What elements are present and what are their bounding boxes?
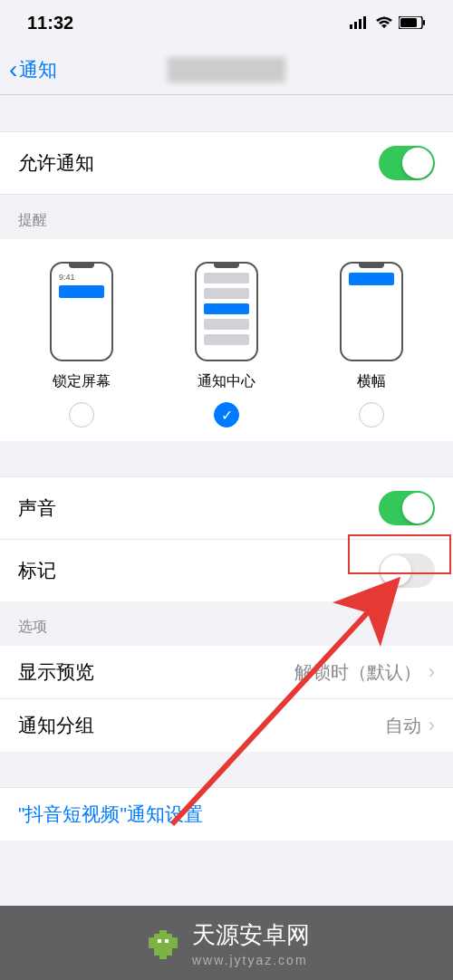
app-notification-settings-cell[interactable]: "抖音短视频"通知设置 <box>0 788 453 841</box>
alert-label: 横幅 <box>357 372 386 391</box>
svg-rect-6 <box>423 20 425 25</box>
sounds-cell: 声音 <box>0 477 453 540</box>
chevron-left-icon: ‹ <box>9 55 17 84</box>
options-header: 选项 <box>0 601 453 646</box>
status-time: 11:32 <box>27 13 73 34</box>
alert-option-banner[interactable]: 横幅 <box>340 262 403 428</box>
alert-option-notification-center[interactable]: 通知中心 ✓ <box>195 262 258 428</box>
chevron-right-icon: › <box>429 714 435 737</box>
alerts-header: 提醒 <box>0 195 453 239</box>
check-circle[interactable] <box>359 402 384 428</box>
nav-title-redacted <box>168 57 285 82</box>
chevron-right-icon: › <box>429 660 435 684</box>
cellular-icon <box>350 16 370 29</box>
back-label: 通知 <box>19 57 57 82</box>
wifi-icon <box>375 16 393 29</box>
notification-grouping-cell[interactable]: 通知分组 自动 › <box>0 699 453 752</box>
watermark-title: 天源安卓网 <box>192 919 310 951</box>
notification-center-mock-icon <box>195 262 258 361</box>
grouping-label: 通知分组 <box>18 713 94 738</box>
allow-notifications-label: 允许通知 <box>18 150 94 176</box>
svg-rect-5 <box>400 18 417 27</box>
svg-rect-3 <box>363 16 366 29</box>
sounds-label: 声音 <box>18 495 56 521</box>
check-circle[interactable] <box>69 402 94 428</box>
sounds-toggle[interactable] <box>379 491 435 525</box>
badges-label: 标记 <box>18 558 56 583</box>
watermark-logo-icon <box>143 923 183 963</box>
svg-rect-2 <box>359 19 361 29</box>
badges-toggle[interactable] <box>379 553 435 588</box>
alert-label: 通知中心 <box>198 372 255 391</box>
back-button[interactable]: ‹ 通知 <box>0 55 57 84</box>
grouping-value: 自动 <box>385 714 421 738</box>
app-settings-label: "抖音短视频"通知设置 <box>18 802 203 827</box>
show-preview-label: 显示预览 <box>18 659 94 685</box>
badges-cell: 标记 <box>0 540 453 601</box>
show-preview-cell[interactable]: 显示预览 解锁时（默认） › <box>0 646 453 699</box>
allow-notifications-cell: 允许通知 <box>0 131 453 195</box>
status-bar: 11:32 <box>0 0 453 45</box>
watermark: 天源安卓网 www.jytyaz.com <box>0 906 453 980</box>
svg-rect-0 <box>350 24 352 29</box>
check-circle-checked[interactable]: ✓ <box>214 402 239 428</box>
status-icons <box>350 16 426 29</box>
banner-mock-icon <box>340 262 403 361</box>
nav-bar: ‹ 通知 <box>0 45 453 95</box>
alert-label: 锁定屏幕 <box>53 372 111 391</box>
show-preview-value: 解锁时（默认） <box>294 660 421 685</box>
alert-option-lock-screen[interactable]: 9:41 锁定屏幕 <box>50 262 113 428</box>
svg-rect-9 <box>165 939 169 943</box>
svg-rect-1 <box>354 22 357 29</box>
svg-rect-8 <box>158 939 161 943</box>
lock-screen-mock-icon: 9:41 <box>50 262 113 361</box>
watermark-url: www.jytyaz.com <box>192 953 310 967</box>
battery-icon <box>399 16 426 29</box>
alert-styles-row: 9:41 锁定屏幕 通知中心 ✓ 横幅 <box>0 239 453 441</box>
allow-notifications-toggle[interactable] <box>379 146 435 180</box>
